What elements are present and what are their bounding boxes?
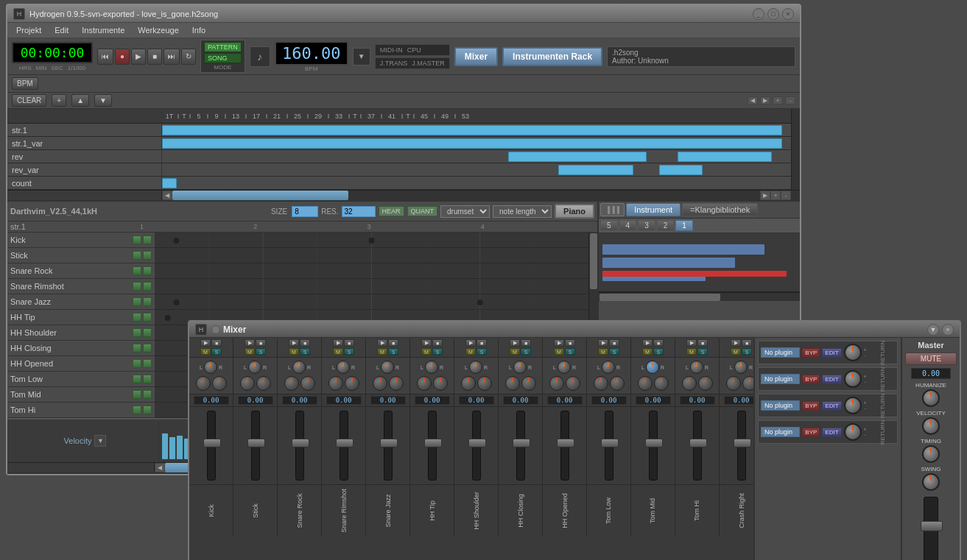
master-fader-handle[interactable] bbox=[921, 521, 943, 531]
song-scroll-right[interactable]: ▶ bbox=[760, 191, 770, 200]
ch-fader-track-4[interactable] bbox=[384, 411, 393, 481]
ch-mute-0[interactable]: M bbox=[200, 348, 211, 355]
ch-fader-handle-8[interactable] bbox=[557, 439, 574, 447]
inst-btn-hhshoulder-2[interactable] bbox=[143, 328, 152, 337]
plugin-knob-4[interactable] bbox=[844, 423, 862, 441]
master-mute-btn[interactable]: MUTE bbox=[905, 352, 957, 365]
ch-mute-4[interactable]: M bbox=[377, 348, 387, 355]
ch-knob2-12[interactable] bbox=[742, 376, 754, 391]
ch-mute-12[interactable]: M bbox=[731, 348, 741, 355]
ch-fader-handle-1[interactable] bbox=[247, 439, 265, 447]
inst-btn-snarejazz-1[interactable] bbox=[133, 297, 141, 306]
zoom-in-btn[interactable]: + bbox=[773, 96, 783, 104]
rewind-button[interactable]: ⏮ bbox=[97, 49, 113, 65]
ch-pan-knob-2[interactable] bbox=[292, 361, 306, 374]
ch-solo-6[interactable]: S bbox=[477, 348, 487, 355]
layer-tab-1[interactable]: 1 bbox=[675, 220, 693, 231]
plugin-knob-2[interactable] bbox=[844, 370, 862, 388]
plugin-byp-1[interactable]: BYP bbox=[802, 348, 820, 358]
ch-knob1-12[interactable] bbox=[726, 376, 741, 391]
inst-btn-kick-1[interactable] bbox=[133, 235, 141, 244]
plugin-knob-1[interactable] bbox=[844, 344, 862, 361]
plugin-edit-1[interactable]: EDIT bbox=[822, 348, 841, 358]
ch-play-0[interactable]: ▶ bbox=[200, 339, 211, 347]
ch-pan-knob-12[interactable] bbox=[734, 361, 748, 374]
timing-knob[interactable] bbox=[922, 445, 940, 463]
instrument-select[interactable]: drumset bbox=[440, 205, 490, 218]
ch-fader-track-2[interactable] bbox=[295, 411, 304, 481]
ch-solo-5[interactable]: S bbox=[432, 348, 443, 355]
ch-play-4[interactable]: ▶ bbox=[377, 339, 387, 347]
ch-play-12[interactable]: ▶ bbox=[731, 339, 741, 347]
inst-btn-stick-2[interactable] bbox=[143, 251, 152, 260]
ch-knob2-0[interactable] bbox=[212, 376, 227, 391]
hear-button[interactable]: HEAR bbox=[379, 206, 404, 216]
plugin-byp-3[interactable]: BYP bbox=[802, 401, 820, 411]
ch-stop-0[interactable]: ■ bbox=[211, 339, 222, 347]
ch-fader-track-11[interactable] bbox=[693, 411, 702, 481]
ch-fader-track-8[interactable] bbox=[560, 411, 569, 481]
master-velocity-knob[interactable] bbox=[922, 417, 940, 435]
scroll-right-btn[interactable]: ▶ bbox=[760, 96, 770, 104]
ch-solo-10[interactable]: S bbox=[653, 348, 664, 355]
ch-pan-knob-10[interactable] bbox=[646, 361, 659, 374]
song-mode-btn[interactable]: SONG bbox=[204, 53, 242, 63]
song-scroll-left[interactable]: ◀ bbox=[162, 191, 172, 200]
swing-knob[interactable] bbox=[922, 473, 940, 491]
ch-solo-11[interactable]: S bbox=[697, 348, 708, 355]
up-button[interactable]: ▲ bbox=[71, 94, 89, 107]
mixer-close-btn[interactable]: × bbox=[942, 324, 954, 336]
inst-btn-hhclosing-2[interactable] bbox=[143, 344, 152, 352]
ch-play-9[interactable]: ▶ bbox=[598, 339, 608, 347]
maximize-button[interactable]: □ bbox=[767, 8, 779, 20]
inst-btn-hhshoulder-1[interactable] bbox=[133, 328, 141, 337]
ch-fader-handle-5[interactable] bbox=[424, 439, 442, 447]
ch-fader-track-5[interactable] bbox=[428, 411, 437, 481]
klangbib-tab[interactable]: =Klangbibliothek bbox=[682, 203, 758, 216]
fast-forward-button[interactable]: ⏭ bbox=[163, 49, 180, 65]
inst-btn-snarerimshot-2[interactable] bbox=[143, 282, 152, 291]
track-content-str1[interactable] bbox=[162, 124, 791, 136]
ch-fader-handle-6[interactable] bbox=[468, 439, 486, 447]
menu-werkzeuge[interactable]: Werkzeuge bbox=[132, 24, 184, 36]
res-input[interactable]: 32 bbox=[342, 206, 376, 217]
pattern-scroll-left[interactable]: ◀ bbox=[155, 463, 165, 472]
ch-pan-knob-9[interactable] bbox=[602, 361, 615, 374]
plugin-byp-2[interactable]: BYP bbox=[802, 375, 820, 384]
ch-stop-10[interactable]: ■ bbox=[653, 339, 664, 347]
record-button[interactable]: ● bbox=[115, 49, 130, 65]
layer-tab-5[interactable]: 5 bbox=[600, 220, 618, 231]
ch-solo-1[interactable]: S bbox=[256, 348, 266, 355]
ch-knob2-2[interactable] bbox=[300, 376, 315, 391]
ch-stop-3[interactable]: ■ bbox=[344, 339, 354, 347]
minimize-button[interactable]: _ bbox=[753, 8, 764, 20]
menu-projekt[interactable]: Projekt bbox=[10, 24, 47, 36]
stop-button[interactable]: ■ bbox=[147, 49, 162, 65]
ch-play-6[interactable]: ▶ bbox=[465, 339, 476, 347]
ch-knob1-8[interactable] bbox=[549, 376, 564, 391]
zoom-out-btn[interactable]: - bbox=[785, 96, 795, 104]
ch-knob1-5[interactable] bbox=[417, 376, 432, 391]
master-fader[interactable] bbox=[924, 497, 938, 560]
song-scroll-track[interactable] bbox=[172, 191, 760, 200]
ch-stop-9[interactable]: ■ bbox=[609, 339, 619, 347]
mixer-collapse-btn[interactable]: ▼ bbox=[927, 324, 939, 336]
close-button[interactable]: × bbox=[782, 8, 794, 20]
ch-fader-handle-10[interactable] bbox=[645, 439, 663, 447]
ch-fader-track-12[interactable] bbox=[737, 411, 746, 481]
quant-button[interactable]: QUANT bbox=[407, 206, 438, 216]
inst-btn-snarejazz-2[interactable] bbox=[143, 297, 152, 306]
ch-pan-knob-7[interactable] bbox=[513, 361, 527, 374]
ch-fader-handle-0[interactable] bbox=[203, 439, 221, 447]
plugin-knob-3[interactable] bbox=[844, 397, 862, 414]
inst-btn-tomhi-2[interactable] bbox=[143, 405, 152, 414]
inst-btn-hhtip-1[interactable] bbox=[133, 313, 141, 322]
ch-fader-handle-7[interactable] bbox=[513, 439, 530, 447]
track-content-str1var[interactable] bbox=[162, 137, 791, 149]
ch-mute-8[interactable]: M bbox=[554, 348, 564, 355]
ch-mute-2[interactable]: M bbox=[289, 348, 299, 355]
inst-btn-snarerimshot-1[interactable] bbox=[133, 282, 141, 291]
ch-play-7[interactable]: ▶ bbox=[510, 339, 520, 347]
inst-btn-tommid-1[interactable] bbox=[133, 390, 141, 399]
song-zoom-in[interactable]: + bbox=[770, 191, 781, 200]
